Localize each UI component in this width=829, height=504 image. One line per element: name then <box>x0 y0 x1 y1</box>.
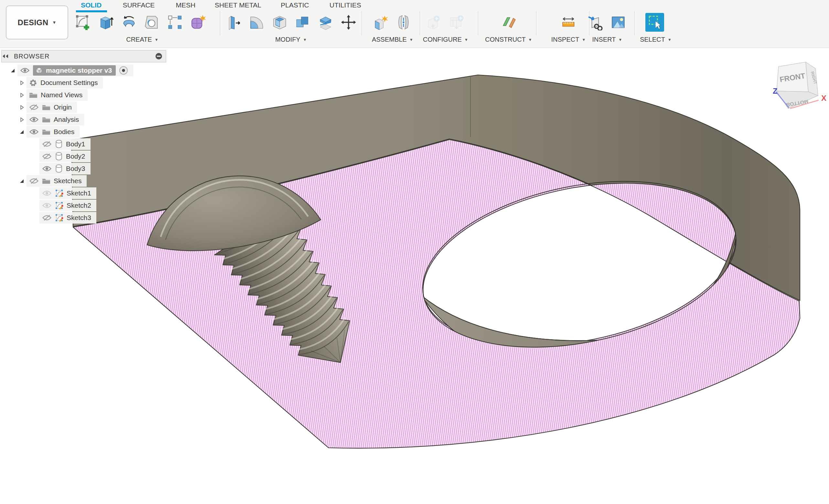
caret-down-icon: ▼ <box>154 37 158 42</box>
shell-icon[interactable] <box>270 13 289 32</box>
measure-icon[interactable] <box>559 13 578 32</box>
pattern-icon[interactable] <box>166 13 184 32</box>
body-cylinder-icon <box>55 164 63 173</box>
collapsed-triangle-icon[interactable] <box>18 80 25 85</box>
construct-plane-icon[interactable] <box>499 13 518 32</box>
offset-face-icon[interactable] <box>316 13 335 32</box>
tree-row-root[interactable]: magnetic stopper v3 <box>9 65 133 76</box>
active-tab-underline <box>76 10 107 12</box>
group-assemble-icons <box>371 13 413 32</box>
folder-icon <box>42 116 50 123</box>
configuration-table-icon[interactable] <box>447 13 466 32</box>
select-menu[interactable]: SELECT▼ <box>640 36 672 43</box>
visibility-off-eye-icon[interactable] <box>42 153 52 160</box>
inspect-menu[interactable]: INSPECT▼ <box>551 36 586 43</box>
joint-icon[interactable] <box>394 13 413 32</box>
collapsed-triangle-icon[interactable] <box>18 117 25 122</box>
caret-down-icon: ▼ <box>528 37 532 42</box>
tab-surface[interactable]: SURFACE <box>122 1 154 9</box>
create-sketch-icon[interactable] <box>74 13 93 32</box>
caret-down-icon: ▼ <box>52 20 57 25</box>
visibility-eye-icon[interactable] <box>29 116 39 123</box>
tree-row-analysis[interactable]: Analysis <box>18 114 84 125</box>
caret-down-icon: ▼ <box>582 37 585 42</box>
tree-row-sketch1[interactable]: Sketch1 <box>39 187 96 199</box>
construct-menu[interactable]: CONSTRUCT▼ <box>485 36 532 43</box>
root-component-chip[interactable]: magnetic stopper v3 <box>33 65 116 76</box>
combine-icon[interactable] <box>293 13 312 32</box>
panel-options-icon[interactable] <box>155 52 163 60</box>
body-cylinder-icon <box>55 152 63 161</box>
new-component-icon[interactable] <box>371 13 390 32</box>
revolve-icon[interactable] <box>120 13 138 32</box>
group-select-icons <box>645 13 664 32</box>
tab-sheet-metal[interactable]: SHEET METAL <box>215 1 261 9</box>
visibility-eye-icon[interactable] <box>42 165 52 172</box>
visibility-faded-eye-icon[interactable] <box>42 190 52 196</box>
gear-icon <box>29 79 37 87</box>
folder-icon <box>42 178 50 184</box>
activate-radio-icon[interactable] <box>119 66 128 75</box>
insert-derive-icon[interactable] <box>586 13 605 32</box>
sketch-icon <box>55 214 63 222</box>
assemble-menu[interactable]: ASSEMBLE▼ <box>372 36 413 43</box>
tree-row-sketch3[interactable]: Sketch3 <box>39 212 96 224</box>
caret-down-icon: ▼ <box>409 37 413 42</box>
tree-row-body3[interactable]: Body3 <box>39 163 91 175</box>
fillet-icon[interactable] <box>247 13 266 32</box>
folder-icon <box>42 104 50 111</box>
folder-icon <box>29 92 37 98</box>
tab-mesh[interactable]: MESH <box>176 1 195 9</box>
expanded-triangle-icon[interactable] <box>18 129 25 134</box>
design-workspace-button[interactable]: DESIGN ▼ <box>6 5 68 39</box>
collapsed-triangle-icon[interactable] <box>18 105 25 110</box>
visibility-eye-icon[interactable] <box>29 128 39 135</box>
group-inspect-icons <box>559 13 578 32</box>
tab-plastic[interactable]: PLASTIC <box>281 1 309 9</box>
configuration-icon[interactable] <box>424 13 443 32</box>
visibility-off-eye-icon[interactable] <box>42 215 52 221</box>
z-axis-label: Z <box>773 87 778 95</box>
configure-menu[interactable]: CONFIGURE▼ <box>423 36 468 43</box>
canvas-icon[interactable] <box>609 13 627 32</box>
caret-down-icon: ▼ <box>464 37 468 42</box>
modify-menu[interactable]: MODIFY▼ <box>275 36 307 43</box>
tree-row-sketch2[interactable]: Sketch2 <box>39 200 96 211</box>
body-cylinder-icon <box>55 140 63 148</box>
visibility-faded-eye-icon[interactable] <box>42 202 52 209</box>
caret-down-icon: ▼ <box>303 37 307 42</box>
sketch-icon <box>55 201 63 210</box>
extrude-icon[interactable] <box>97 13 115 32</box>
tree-row-sketches[interactable]: Sketches <box>18 175 87 187</box>
hole-icon[interactable] <box>143 13 161 32</box>
insert-menu[interactable]: INSERT▼ <box>592 36 622 43</box>
create-menu[interactable]: CREATE▼ <box>126 36 158 43</box>
caret-down-icon: ▼ <box>668 37 672 42</box>
tab-utilities[interactable]: UTILITIES <box>329 1 361 9</box>
tree-row-body1[interactable]: Body1 <box>39 138 91 150</box>
browser-header[interactable]: BROWSER <box>1 50 166 62</box>
tree-row-origin[interactable]: Origin <box>18 102 77 113</box>
tree-row-bodies[interactable]: Bodies <box>18 126 79 138</box>
collapsed-triangle-icon[interactable] <box>18 93 25 98</box>
visibility-eye-icon[interactable] <box>20 67 30 74</box>
visibility-off-eye-icon[interactable] <box>42 141 52 147</box>
group-insert-icons <box>586 13 627 32</box>
fusion-window: FRONT RIGHT BOTTOM Z X DESIGN ▼ SOLID SU… <box>0 0 829 504</box>
press-pull-icon[interactable] <box>224 13 243 32</box>
expanded-triangle-icon[interactable] <box>9 68 16 73</box>
tree-row-named-views[interactable]: Named Views <box>18 89 87 101</box>
tree-row-body2[interactable]: Body2 <box>39 151 91 162</box>
visibility-off-eye-icon[interactable] <box>29 178 39 184</box>
visibility-off-eye-icon[interactable] <box>29 104 39 111</box>
form-icon[interactable] <box>188 13 207 32</box>
root-component-name: magnetic stopper v3 <box>46 67 112 74</box>
move-copy-icon[interactable] <box>339 13 358 32</box>
tab-solid[interactable]: SOLID <box>81 1 102 9</box>
tree-row-document-settings[interactable]: Document Settings <box>18 77 103 88</box>
select-tool-icon[interactable] <box>645 13 664 32</box>
folder-icon <box>42 128 50 135</box>
group-create-icons <box>74 13 207 32</box>
collapse-panel-icon[interactable] <box>2 54 10 59</box>
expanded-triangle-icon[interactable] <box>18 178 25 184</box>
